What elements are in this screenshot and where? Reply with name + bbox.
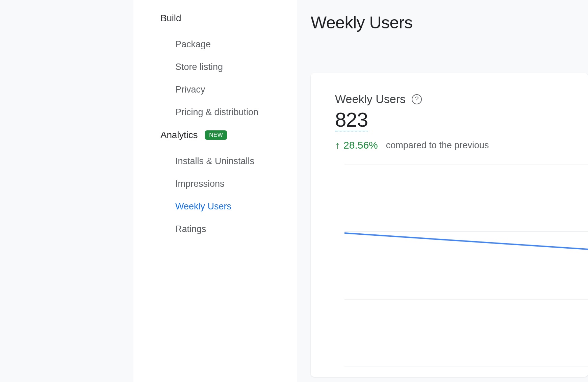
chart-area <box>344 164 588 367</box>
chart-line <box>344 233 588 249</box>
page-title: Weekly Users <box>311 13 588 32</box>
arrow-up-icon: ↑ <box>335 139 340 151</box>
stat-value: 823 <box>335 110 368 131</box>
sidebar-section-analytics: Analytics NEW Installs & Uninstalls Impr… <box>160 130 297 240</box>
sidebar: Build Package Store listing Privacy Pric… <box>133 0 297 382</box>
section-header-analytics: Analytics NEW <box>160 130 297 141</box>
main-content: Weekly Users Weekly Users ? 823 ↑ 28.56%… <box>297 0 588 382</box>
line-chart <box>344 164 588 367</box>
sidebar-item-store-listing[interactable]: Store listing <box>160 56 297 78</box>
card-header: Weekly Users ? <box>335 93 588 106</box>
section-title-analytics: Analytics <box>160 130 198 141</box>
delta-compare-label: compared to the previous <box>386 140 489 151</box>
sidebar-item-privacy[interactable]: Privacy <box>160 78 297 101</box>
nav-list-build: Package Store listing Privacy Pricing & … <box>160 33 297 124</box>
nav-list-analytics: Installs & Uninstalls Impressions Weekly… <box>160 150 297 240</box>
help-icon[interactable]: ? <box>412 94 422 104</box>
sidebar-section-build: Build Package Store listing Privacy Pric… <box>160 13 297 124</box>
left-gutter <box>0 0 133 382</box>
badge-new: NEW <box>205 130 227 140</box>
sidebar-item-impressions[interactable]: Impressions <box>160 173 297 195</box>
sidebar-item-installs-uninstalls[interactable]: Installs & Uninstalls <box>160 150 297 173</box>
sidebar-item-package[interactable]: Package <box>160 33 297 56</box>
sidebar-item-weekly-users[interactable]: Weekly Users <box>160 195 297 218</box>
delta-row: ↑ 28.56% compared to the previous <box>335 139 588 151</box>
card-title: Weekly Users <box>335 93 406 106</box>
weekly-users-card: Weekly Users ? 823 ↑ 28.56% compared to … <box>311 73 588 377</box>
sidebar-item-ratings[interactable]: Ratings <box>160 218 297 240</box>
delta-percent: 28.56% <box>343 139 378 151</box>
section-title-build: Build <box>160 13 181 24</box>
sidebar-item-pricing-distribution[interactable]: Pricing & distribution <box>160 101 297 124</box>
section-header-build: Build <box>160 13 297 24</box>
